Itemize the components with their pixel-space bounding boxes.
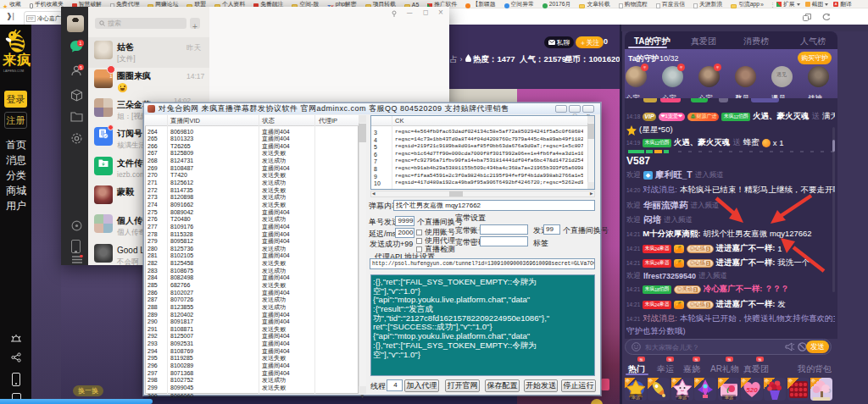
svg-text:幸运: 幸运 <box>725 395 733 400</box>
svg-text:5: 5 <box>80 65 82 70</box>
svg-text:幸运: 幸运 <box>678 395 687 400</box>
svg-text:幸运: 幸运 <box>632 395 640 400</box>
